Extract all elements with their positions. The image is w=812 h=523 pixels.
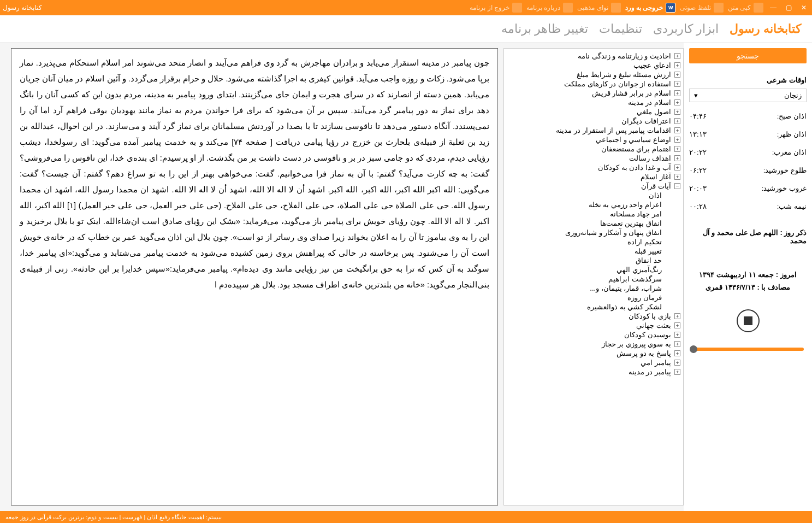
tree-label: بوسيدن کودکان	[624, 331, 672, 339]
menu-theme[interactable]: تغییر ظاهر برنامه	[501, 22, 588, 36]
tree-leaf[interactable]: شراب، قمار، يتيمان، و...	[507, 284, 680, 293]
tree-leaf[interactable]: تحکيم اراده	[507, 237, 680, 246]
tree-node[interactable]: +بازي با کودکان	[507, 312, 680, 321]
tree-leaf[interactable]: انفاق پنهان و آشکار و شبانه‌روزی	[507, 228, 680, 237]
tree-label: آب و غذا دادن به کودکان	[598, 163, 672, 172]
expand-icon[interactable]: +	[674, 90, 680, 96]
slider-thumb[interactable]	[690, 345, 697, 353]
tree-label: تحکيم اراده	[627, 238, 663, 246]
close-button[interactable]: ✕	[798, 2, 809, 13]
tree-node[interactable]: +پيامبر امي	[507, 358, 680, 367]
tree-node[interactable]: +ادعاي عجيب	[507, 61, 680, 70]
expand-icon[interactable]: +	[674, 322, 680, 328]
content-text[interactable]: چون پیامبر در مدینه استقرار می‌یابد و بر…	[11, 48, 498, 506]
tree-node[interactable]: +استفاده از جوانان در کارهای مملکت	[507, 79, 680, 89]
toolbar-word-export[interactable]: Wخروجی به ورد	[625, 3, 676, 13]
tree-node[interactable]: +آب و غذا دادن به کودکان	[507, 163, 680, 172]
menu-settings[interactable]: تنظیمات	[599, 22, 642, 36]
expand-icon[interactable]: +	[674, 109, 680, 115]
expand-icon[interactable]: +	[674, 332, 680, 338]
expand-icon[interactable]: +	[674, 360, 680, 366]
toolbar-audio[interactable]: تلفظ صوتی	[680, 3, 723, 13]
statusbar: بیستم: اهمیت جایگاه رفیع اذان | فهرست | …	[0, 511, 812, 523]
tree-leaf[interactable]: امر جهاد مسلحانه	[507, 209, 680, 219]
collapse-icon[interactable]: −	[674, 183, 680, 189]
prayer-times-title: اوقات شرعی	[689, 76, 807, 84]
tree-node[interactable]: +ارزش مسئله تبلیغ و شرایط مبلغ	[507, 70, 680, 79]
tree-node[interactable]: +بعثت جهاني	[507, 321, 680, 330]
tree-leaf[interactable]: انفاق بهترین نعمت‌ها	[507, 219, 680, 228]
tree-label: پيامبر امي	[641, 359, 672, 367]
menu-tools[interactable]: ابزار کاربردی	[653, 22, 719, 36]
tree-node[interactable]: −آيات قرآن	[507, 181, 680, 191]
toolbar-religious-sound[interactable]: نوای مذهبی	[577, 3, 620, 13]
toolbar-about[interactable]: درباره برنامه	[526, 3, 573, 13]
tree-label: رنگ‌آميزي الهي	[617, 266, 663, 274]
tree-node[interactable]: +بوسيدن کودکان	[507, 330, 680, 339]
tree-node[interactable]: +پيامبر در مدينه	[507, 367, 680, 377]
app-title: کتابخانه رسول	[3, 4, 42, 11]
tree-leaf[interactable]: حد انفاق	[507, 256, 680, 265]
tree-label: اذان	[649, 191, 663, 199]
tree-node[interactable]: +اصول ملغي	[507, 107, 680, 116]
tree-leaf[interactable]: رنگ‌آميزي الهي	[507, 265, 680, 274]
tree-node[interactable]: +اعترافات ديگران	[507, 116, 680, 126]
menu-brand[interactable]: کتابخانه رسول	[730, 22, 801, 36]
expand-icon[interactable]: +	[674, 350, 680, 356]
expand-icon[interactable]: +	[674, 81, 680, 87]
tree-node[interactable]: +آغاز اسلام	[507, 172, 680, 181]
maximize-button[interactable]: ▢	[783, 2, 794, 13]
tree-leaf[interactable]: اذان	[507, 191, 680, 200]
expand-icon[interactable]: +	[674, 155, 680, 161]
city-dropdown[interactable]: زنجان ▾	[689, 89, 807, 102]
expand-icon[interactable]: +	[674, 369, 680, 375]
tree-node[interactable]: +احادیث و زیارتنامه و زندگی نامه	[507, 51, 680, 61]
expand-icon[interactable]: +	[674, 341, 680, 347]
expand-icon[interactable]: +	[674, 146, 680, 152]
tree-label: تغيير قبله	[635, 247, 663, 255]
tree-leaf[interactable]: سرگذشت ابراهيم	[507, 274, 680, 284]
tree-label: اسلام در مدينه	[628, 98, 672, 107]
tree-leaf[interactable]: اعزام واحد رزمي به نخله	[507, 200, 680, 209]
expand-icon[interactable]: +	[674, 127, 680, 133]
tree-node[interactable]: +اسلام در مدينه	[507, 98, 680, 107]
search-button[interactable]: جستجو	[689, 48, 807, 63]
expand-icon[interactable]: +	[674, 313, 680, 319]
tree-leaf[interactable]: تغيير قبله	[507, 246, 680, 256]
expand-icon[interactable]: +	[674, 62, 680, 68]
tree-node[interactable]: +اهداف رسالت	[507, 154, 680, 163]
audio-slider[interactable]	[692, 348, 804, 351]
hijri-date: مصادف با : ۱۴۳۶/۷/۱۳ قمری	[689, 281, 807, 293]
stop-icon	[744, 316, 752, 325]
tree-node[interactable]: +اوضاع سياسي و اجتماعي	[507, 135, 680, 144]
sound-icon	[611, 3, 621, 13]
sidebar: جستجو اوقات شرعی زنجان ▾ اذان صبح:۰۴:۴۶ …	[684, 43, 812, 511]
tree-node[interactable]: +پاسخ به دو پرسش	[507, 349, 680, 358]
time-row: غروب خورشید:۲۰:۰۳	[689, 184, 807, 192]
tree-label: اعزام واحد رزمي به نخله	[589, 201, 663, 209]
tree-label: فرمان روزه	[627, 293, 663, 302]
expand-icon[interactable]: +	[674, 53, 680, 59]
expand-icon[interactable]: +	[674, 137, 680, 143]
expand-icon[interactable]: +	[674, 99, 680, 105]
tree-label: سرگذشت ابراهيم	[608, 275, 663, 283]
time-row: اذان ظهر:۱۳:۱۳	[689, 130, 807, 138]
expand-icon[interactable]: +	[674, 118, 680, 124]
expand-icon[interactable]: +	[674, 174, 680, 180]
tree-leaf[interactable]: لشکر کشي به ذوالعشيره	[507, 302, 680, 312]
expand-icon[interactable]: +	[674, 164, 680, 171]
stop-button[interactable]	[737, 309, 760, 332]
menubar: کتابخانه رسول ابزار کاربردی تنظیمات تغیی…	[0, 15, 812, 43]
toolbar-exit[interactable]: خروج از برنامه	[470, 3, 522, 13]
city-value: زنجان	[784, 91, 802, 99]
tree-node[interactable]: +اقدامات پيامبر پس از استقرار در مدينه	[507, 126, 680, 135]
time-row: اذان صبح:۰۴:۴۶	[689, 112, 807, 120]
toolbar-copy[interactable]: کپی متن	[728, 3, 763, 13]
tree-node[interactable]: +اسلام در برابر فشار قريش	[507, 89, 680, 98]
tree-leaf[interactable]: فرمان روزه	[507, 293, 680, 302]
expand-icon[interactable]: +	[674, 72, 680, 78]
tree-label: اهتمام براي مستضعفان	[601, 145, 672, 153]
minimize-button[interactable]: —	[768, 2, 779, 13]
tree-node[interactable]: +به سوي پيروزي بر حجاز	[507, 339, 680, 349]
tree-node[interactable]: +اهتمام براي مستضعفان	[507, 144, 680, 154]
